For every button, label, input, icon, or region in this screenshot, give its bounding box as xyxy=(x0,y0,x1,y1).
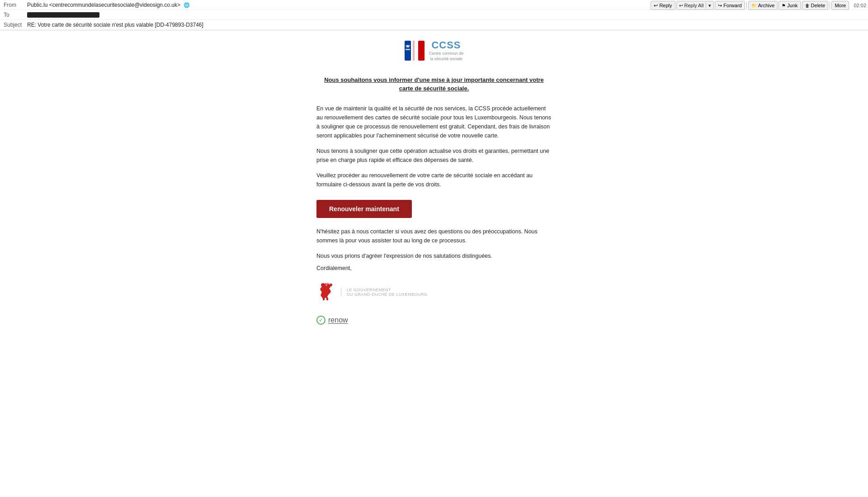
ccss-logo-area: CCSS Centre commun de la sécurité social… xyxy=(316,39,552,62)
delete-button[interactable]: 🗑 Delete xyxy=(802,1,829,10)
gov-label-line2: DU GRAND-DUCHÉ DE LUXEMBOURG xyxy=(347,292,428,297)
from-email: centrecommundelasecuritesociale@videosig… xyxy=(52,2,177,8)
ccss-subtitle: Centre commun de la sécurité sociale xyxy=(429,51,464,62)
to-row: To xyxy=(0,10,868,20)
from-label: From xyxy=(4,2,27,8)
email-para-4: N'hésitez pas à nous contacter si vous a… xyxy=(316,227,552,245)
subject-value: RE: Votre carte de sécurité sociale n'es… xyxy=(27,22,203,28)
toolbar: ↩ Reply ↩ Reply All ▾ ↪ Forward 📁 A xyxy=(651,0,868,11)
email-header: From CCSS Public.lu <centrecommundelasec… xyxy=(0,0,868,30)
email-content: CCSS Centre commun de la sécurité social… xyxy=(316,39,552,325)
renow-logo-area: ✓ renow xyxy=(316,316,552,325)
gov-logo-area: LE GOUVERNEMENT DU GRAND-DUCHÉ DE LUXEMB… xyxy=(316,282,552,302)
renow-check-icon: ✓ xyxy=(316,316,326,325)
to-value xyxy=(27,12,99,18)
luxembourg-lion-icon xyxy=(318,282,335,302)
reply-all-group: ↩ Reply All ▾ xyxy=(676,1,714,10)
toolbar-divider-2 xyxy=(830,2,830,9)
more-button[interactable]: More xyxy=(831,1,849,10)
email-body-wrapper: CCSS Centre commun de la sécurité social… xyxy=(0,30,868,343)
gov-label-line1: LE GOUVERNEMENT xyxy=(347,288,428,292)
reply-all-dropdown[interactable]: ▾ xyxy=(706,1,713,10)
from-row: From CCSS Public.lu <centrecommundelasec… xyxy=(0,0,868,10)
svg-point-8 xyxy=(330,284,332,286)
svg-rect-2 xyxy=(418,41,425,61)
email-para-2: Nous tenons à souligner que cette opérat… xyxy=(316,147,552,165)
forward-button[interactable]: ↪ Forward xyxy=(715,1,745,10)
gov-text-area: LE GOUVERNEMENT DU GRAND-DUCHÉ DE LUXEMB… xyxy=(341,288,428,297)
ccss-logo: CCSS Centre commun de la sécurité social… xyxy=(405,39,464,62)
svg-rect-3 xyxy=(406,49,410,50)
svg-rect-0 xyxy=(405,41,411,61)
verify-icon: 🌐 xyxy=(184,2,190,8)
email-timestamp: 02:02 xyxy=(854,3,866,8)
reply-all-icon: ↩ xyxy=(679,3,683,9)
to-label: To xyxy=(4,12,27,18)
reply-all-button[interactable]: ↩ Reply All xyxy=(677,1,706,10)
svg-rect-6 xyxy=(413,41,415,61)
subject-row: Subject RE: Votre carte de sécurité soci… xyxy=(0,20,868,30)
ccss-brand-name: CCSS xyxy=(429,39,464,51)
cta-area: Renouveler maintenant xyxy=(316,195,552,227)
renow-brand-text: renow xyxy=(328,316,348,324)
email-intro-heading: Nous souhaitons vous informer d'une mise… xyxy=(316,76,552,93)
email-intro-heading-area: Nous souhaitons vous informer d'une mise… xyxy=(316,76,552,93)
delete-icon: 🗑 xyxy=(805,3,810,8)
junk-icon: ⚑ xyxy=(782,3,786,8)
chevron-down-icon: ▾ xyxy=(708,3,711,9)
subject-label: Subject xyxy=(4,22,27,28)
reply-button[interactable]: ↩ Reply xyxy=(651,1,675,10)
reply-icon: ↩ xyxy=(654,3,658,9)
email-para-1: En vue de maintenir la qualité et la séc… xyxy=(316,104,552,140)
junk-button[interactable]: ⚑ Junk xyxy=(778,1,801,10)
email-para-5: Nous vous prions d'agréer l'expression d… xyxy=(316,251,552,260)
email-closing: Cordialement, xyxy=(316,265,552,271)
archive-icon: 📁 xyxy=(751,3,757,8)
ccss-flag-icon xyxy=(405,41,425,61)
from-value: CCSS Public.lu <centrecommundelasecurite… xyxy=(27,2,190,8)
forward-icon: ↪ xyxy=(718,3,722,9)
toolbar-divider-1 xyxy=(746,2,747,9)
ccss-logo-text: CCSS Centre commun de la sécurité social… xyxy=(429,39,464,62)
check-icon: ✓ xyxy=(319,317,323,323)
email-para-3: Veuillez procéder au renouvellement de v… xyxy=(316,171,552,189)
renew-cta-button[interactable]: Renouveler maintenant xyxy=(316,200,412,218)
archive-button[interactable]: 📁 Archive xyxy=(748,1,778,10)
